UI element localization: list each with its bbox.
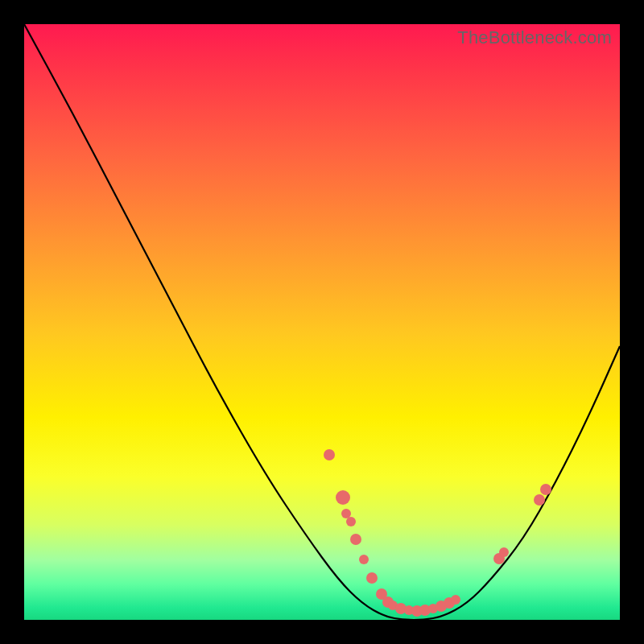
bottleneck-curve xyxy=(24,24,620,620)
chart-marker xyxy=(366,572,378,584)
chart-marker xyxy=(451,595,460,605)
chart-marker xyxy=(350,534,361,545)
chart-marker xyxy=(499,547,509,557)
chart-marker xyxy=(534,494,545,506)
chart-marker xyxy=(359,555,369,564)
chart-marker xyxy=(540,484,551,495)
plot-area: TheBottleneck.com xyxy=(24,24,620,620)
curve-path xyxy=(24,24,620,620)
chart-marker xyxy=(341,509,351,518)
chart-marker xyxy=(346,517,356,526)
chart-marker xyxy=(324,449,335,460)
chart-container: TheBottleneck.com xyxy=(0,0,644,644)
chart-marker xyxy=(336,490,350,505)
chart-markers xyxy=(324,449,551,617)
